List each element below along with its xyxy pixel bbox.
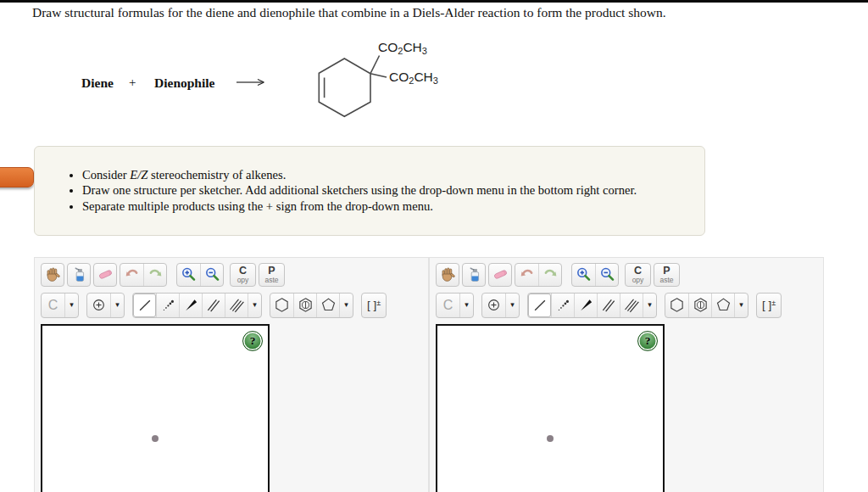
triple-bond-button[interactable] <box>225 294 248 317</box>
benzene-ring-button[interactable] <box>293 294 316 317</box>
reaction-arrow-icon <box>236 77 268 87</box>
instruction-item: Separate multiple products using the + s… <box>82 198 694 214</box>
clear-canvas-button[interactable] <box>462 263 486 287</box>
bracket-charge-button[interactable]: [ ]± <box>361 293 387 318</box>
eraser-tool-button[interactable] <box>93 263 117 287</box>
undo-button[interactable] <box>120 264 143 286</box>
chevron-down-icon: ▾ <box>253 301 257 309</box>
redo-arrow-icon <box>147 266 164 283</box>
chevron-down-icon: ▾ <box>739 301 743 309</box>
canvas-center-dot <box>547 435 554 442</box>
bond-tools-group: ▾ <box>132 293 262 318</box>
element-label-button[interactable]: C <box>437 294 459 317</box>
chevron-down-icon: ▾ <box>465 301 469 309</box>
undo-button[interactable] <box>515 264 538 286</box>
pentagon-icon <box>320 296 337 314</box>
question-mark-icon: ? <box>250 334 256 348</box>
hexagon-icon <box>668 296 686 314</box>
wash-bottle-icon <box>465 266 483 283</box>
zoom-in-icon <box>180 266 198 283</box>
copy-button[interactable]: C opy <box>230 263 256 287</box>
zoom-out-button[interactable] <box>595 264 618 286</box>
bond-dropdown-button[interactable]: ▾ <box>248 294 261 317</box>
wedge-bond-icon <box>577 297 594 314</box>
zoom-out-icon <box>203 266 221 283</box>
triple-bond-button[interactable] <box>620 294 643 317</box>
undo-arrow-icon <box>123 266 141 283</box>
top-border-bar <box>0 0 868 3</box>
dashed-bond-icon <box>554 297 571 314</box>
double-bond-icon <box>205 297 222 314</box>
single-bond-button[interactable] <box>528 294 551 317</box>
wash-bottle-icon <box>70 266 88 283</box>
bracket-charge-button[interactable]: [ ]± <box>756 293 782 318</box>
drawing-canvas-2[interactable]: ? <box>436 324 665 492</box>
eraser-tool-button[interactable] <box>488 263 512 287</box>
charge-button[interactable] <box>482 294 505 317</box>
zoom-group <box>176 263 224 287</box>
cyclohexane-ring-button[interactable] <box>270 294 293 317</box>
hand-icon <box>44 266 62 283</box>
canvas-center-dot <box>152 435 159 442</box>
instructions-box: Consider E/Z stereochemistry of alkenes.… <box>34 146 705 236</box>
ring-dropdown-button[interactable]: ▾ <box>734 294 748 317</box>
charge-dropdown-button[interactable]: ▾ <box>505 294 519 317</box>
sketcher-panel-2: C opy P aste C ▾ <box>429 257 824 492</box>
question-mark-icon: ? <box>645 334 651 348</box>
ring-tools-group: ▾ <box>665 293 748 318</box>
element-dropdown-button[interactable]: ▾ <box>64 294 78 317</box>
paste-button[interactable]: P aste <box>654 263 680 287</box>
help-button[interactable]: ? <box>637 331 658 351</box>
zoom-out-icon <box>598 266 616 283</box>
redo-button[interactable] <box>538 264 561 286</box>
charge-button[interactable] <box>87 294 110 317</box>
cyclopentane-ring-button[interactable] <box>316 294 339 317</box>
pan-tool-button[interactable] <box>436 263 459 287</box>
single-bond-icon <box>531 297 548 314</box>
circled-plus-icon <box>486 297 502 313</box>
plus-sign: + <box>129 75 136 90</box>
zoom-group <box>571 263 619 287</box>
benzene-ring-button[interactable] <box>688 294 711 317</box>
element-dropdown-button[interactable]: ▾ <box>459 294 473 317</box>
question-text: Draw structural formulas for the diene a… <box>32 5 666 20</box>
pan-tool-button[interactable] <box>41 263 64 287</box>
redo-button[interactable] <box>143 264 166 286</box>
instruction-item: Draw one structure per sketcher. Add add… <box>82 182 694 198</box>
sketcher-area: C opy P aste C ▾ <box>34 257 824 492</box>
ring-dropdown-button[interactable]: ▾ <box>339 294 353 317</box>
bond-dropdown-button[interactable]: ▾ <box>643 294 656 317</box>
benzene-icon <box>297 296 314 314</box>
pentagon-icon <box>715 296 732 314</box>
wedge-bond-icon <box>182 297 199 314</box>
cyclopentane-ring-button[interactable] <box>711 294 734 317</box>
charge-group: ▾ <box>481 293 520 318</box>
assignment-nav-tab[interactable] <box>0 167 34 187</box>
chevron-down-icon: ▾ <box>344 301 348 309</box>
copy-button[interactable]: C opy <box>625 263 651 287</box>
ester-label-top: CO2CH3 <box>378 40 427 56</box>
help-button[interactable]: ? <box>242 331 263 351</box>
paste-button[interactable]: P aste <box>259 263 285 287</box>
zoom-out-button[interactable] <box>200 264 223 286</box>
hexagon-icon <box>273 296 291 314</box>
dashed-bond-button[interactable] <box>551 294 574 317</box>
element-label-button[interactable]: C <box>42 294 64 317</box>
double-bond-button[interactable] <box>202 294 225 317</box>
zoom-in-button[interactable] <box>572 264 595 286</box>
wedge-bond-button[interactable] <box>574 294 597 317</box>
drawing-canvas-1[interactable]: ? <box>41 324 270 492</box>
single-bond-button[interactable] <box>133 294 156 317</box>
charge-dropdown-button[interactable]: ▾ <box>110 294 124 317</box>
undo-redo-group <box>515 263 562 287</box>
double-bond-button[interactable] <box>597 294 620 317</box>
element-label-group: C ▾ <box>41 293 79 318</box>
dashed-bond-button[interactable] <box>156 294 179 317</box>
chevron-down-icon: ▾ <box>648 301 652 309</box>
triple-bond-icon <box>228 297 245 314</box>
zoom-in-button[interactable] <box>177 264 200 286</box>
wedge-bond-button[interactable] <box>179 294 202 317</box>
cyclohexane-ring-button[interactable] <box>665 294 688 317</box>
clear-canvas-button[interactable] <box>67 263 91 287</box>
eraser-icon <box>492 266 509 283</box>
